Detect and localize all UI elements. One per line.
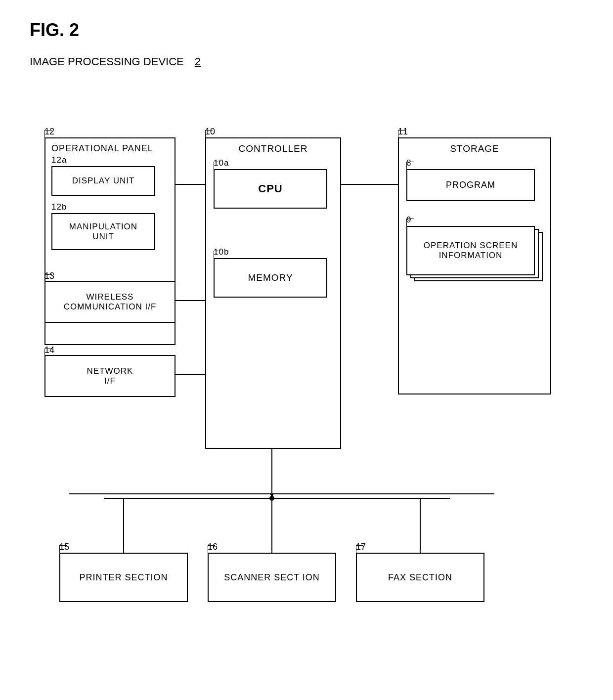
svg-marker-18 [270, 494, 273, 498]
manipulation-unit-box: MANIPULATION UNIT [51, 213, 155, 250]
scanner-section-box: SCANNER SECT ION [208, 553, 336, 602]
controller-label: CONTROLLER [214, 143, 333, 154]
controller-box: CONTROLLER 10a CPU 10b MEMORY [205, 137, 341, 449]
storage-label: STORAGE [406, 143, 543, 154]
cpu-box: CPU [214, 169, 327, 209]
fig-title: FIG. 2 [30, 20, 583, 41]
storage-box: STORAGE 8 PROGRAM 9 OPERATION SCREEN INF… [398, 137, 551, 394]
wireless-comm-box: WIRELESS COMMUNICATION I/F [44, 281, 175, 323]
ref-12a: 12a [51, 155, 67, 165]
bus-line [69, 493, 494, 494]
diagram: OPERATIONAL PANEL 12a DISPLAY UNIT 12b M… [30, 88, 573, 656]
program-box: PROGRAM [406, 169, 535, 201]
display-unit-box: DISPLAY UNIT [51, 166, 155, 196]
operation-screen-box: OPERATION SCREEN INFORMATION [406, 226, 535, 275]
printer-section-box: PRINTER SECTION [59, 553, 188, 602]
ref-12b: 12b [51, 202, 67, 212]
svg-point-20 [269, 496, 274, 501]
memory-box: MEMORY [214, 258, 327, 298]
fax-section-box: FAX SECTION [356, 553, 484, 602]
network-box: NETWORK I/F [44, 355, 175, 397]
operational-panel-label: OPERATIONAL PANEL [51, 143, 153, 154]
device-label: IMAGE PROCESSING DEVICE 2 [30, 55, 583, 68]
